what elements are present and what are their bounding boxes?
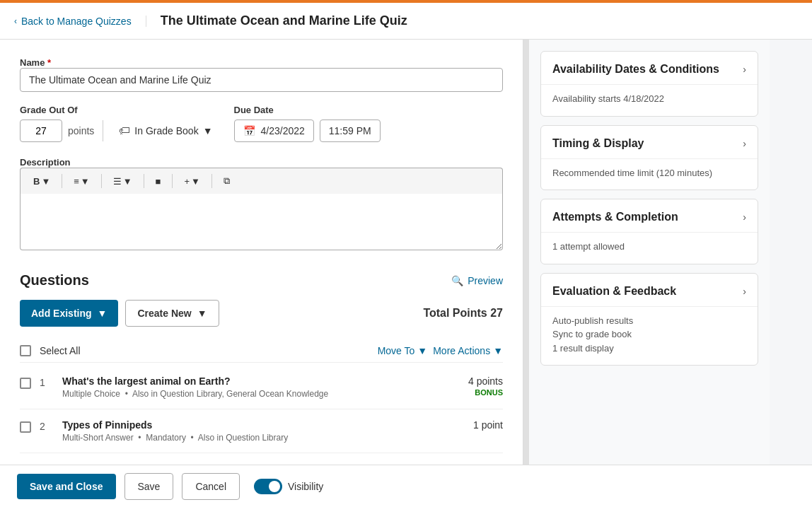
attempts-card-header[interactable]: Attempts & Completion › bbox=[541, 199, 758, 232]
required-indicator: * bbox=[47, 57, 51, 68]
more-actions-button[interactable]: More Actions ▼ bbox=[433, 345, 503, 356]
question-1-text: What's the largest animal on Earth? bbox=[62, 375, 460, 387]
preview-button[interactable]: 🔍 Preview bbox=[451, 275, 503, 286]
save-and-close-button[interactable]: Save and Close bbox=[17, 474, 116, 499]
right-panel: Availability Dates & Conditions › Availa… bbox=[529, 40, 770, 470]
question-1-content: What's the largest animal on Earth? Mult… bbox=[62, 375, 460, 399]
availability-card-header[interactable]: Availability Dates & Conditions › bbox=[541, 52, 758, 84]
grade-section: Grade Out Of points 🏷 In Grade Book ▼ bbox=[20, 105, 220, 142]
bold-button[interactable]: B ▼ bbox=[28, 173, 56, 190]
description-textarea[interactable] bbox=[20, 194, 503, 250]
in-grade-book-button[interactable]: 🏷 In Grade Book ▼ bbox=[112, 120, 219, 142]
question-2-content: Types of Pinnipeds Multi-Short Answer • … bbox=[62, 419, 465, 443]
question-2-meta: Multi-Short Answer • Mandatory • Also in… bbox=[62, 433, 465, 443]
main-layout: Name * Grade Out Of points 🏷 In Grade Bo… bbox=[0, 40, 812, 470]
create-new-label: Create New bbox=[137, 308, 191, 319]
align-button[interactable]: ≡ ▼ bbox=[68, 173, 95, 190]
bold-icon: B bbox=[33, 176, 40, 187]
questions-title: Questions bbox=[20, 272, 89, 289]
preview-icon: 🔍 bbox=[451, 275, 463, 286]
question-1-points: 4 points BONUS bbox=[468, 375, 503, 397]
question-1-meta: Multiple Choice • Also in Question Libra… bbox=[62, 389, 460, 399]
add-existing-button[interactable]: Add Existing ▼ bbox=[20, 300, 118, 327]
total-points-label: Total Points bbox=[423, 307, 487, 319]
attempts-body-text: 1 attempt allowed bbox=[552, 240, 746, 254]
cancel-button[interactable]: Cancel bbox=[182, 473, 240, 500]
due-inputs: 📅 4/23/2022 11:59 PM bbox=[234, 120, 381, 142]
question-2-points: 1 point bbox=[473, 419, 503, 431]
page-title: The Ultimate Ocean and Marine Life Quiz bbox=[146, 13, 407, 28]
question-1-points-value: 4 points bbox=[468, 375, 503, 387]
question-2-checkbox[interactable] bbox=[20, 421, 31, 433]
question-1-checkbox[interactable] bbox=[20, 378, 31, 389]
points-label: points bbox=[68, 125, 94, 136]
visibility-label: Visibility bbox=[288, 481, 323, 492]
move-to-chevron: ▼ bbox=[417, 345, 427, 356]
timing-body-text: Recommended time limit (120 minutes) bbox=[552, 166, 746, 180]
total-points: Total Points 27 bbox=[423, 307, 503, 320]
question-1-bonus: BONUS bbox=[468, 388, 503, 397]
grade-due-row: Grade Out Of points 🏷 In Grade Book ▼ Du… bbox=[20, 105, 503, 142]
list-chevron: ▼ bbox=[123, 176, 132, 187]
evaluation-card-header[interactable]: Evaluation & Feedback › bbox=[541, 274, 758, 306]
availability-card-body: Availability starts 4/18/2022 bbox=[541, 84, 758, 116]
select-all-label: Select All bbox=[40, 345, 369, 356]
align-icon: ≡ bbox=[74, 176, 79, 187]
list-button[interactable]: ☰ ▼ bbox=[108, 173, 138, 190]
grid-button[interactable]: ■ bbox=[150, 173, 167, 190]
attempts-card-body: 1 attempt allowed bbox=[541, 232, 758, 264]
insert-button[interactable]: + ▼ bbox=[178, 173, 205, 190]
timing-card-header[interactable]: Timing & Display › bbox=[541, 126, 758, 158]
due-date-button[interactable]: 📅 4/23/2022 bbox=[234, 120, 314, 142]
evaluation-card: Evaluation & Feedback › Auto-publish res… bbox=[540, 273, 758, 366]
due-time-value: 11:59 PM bbox=[329, 125, 371, 136]
fullscreen-button[interactable]: ⧉ bbox=[218, 173, 236, 190]
question-1-number: 1 bbox=[40, 375, 54, 388]
due-time-button[interactable]: 11:59 PM bbox=[320, 120, 381, 142]
name-input[interactable] bbox=[20, 68, 503, 92]
attempts-card: Attempts & Completion › 1 attempt allowe… bbox=[540, 199, 758, 264]
grade-number-input[interactable] bbox=[20, 120, 62, 142]
save-and-close-label: Save and Close bbox=[30, 481, 103, 492]
evaluation-card-title: Evaluation & Feedback bbox=[552, 285, 676, 298]
create-new-button[interactable]: Create New ▼ bbox=[125, 300, 219, 327]
description-toolbar: B ▼ ≡ ▼ ☰ ▼ ■ + bbox=[20, 168, 503, 194]
expand-icon: ⧉ bbox=[224, 175, 230, 187]
toolbar-separator-5 bbox=[211, 174, 212, 188]
grade-label: Grade Out Of bbox=[20, 105, 220, 115]
visibility-toggle-switch[interactable] bbox=[254, 479, 282, 494]
left-panel: Name * Grade Out Of points 🏷 In Grade Bo… bbox=[0, 40, 523, 470]
toolbar-separator-4 bbox=[172, 174, 173, 188]
description-section: Description B ▼ ≡ ▼ ☰ ▼ ■ bbox=[20, 156, 503, 252]
move-to-button[interactable]: Move To ▼ bbox=[378, 345, 428, 356]
timing-card-body: Recommended time limit (120 minutes) bbox=[541, 158, 758, 190]
panel-divider bbox=[523, 40, 529, 470]
move-to-label: Move To bbox=[378, 345, 415, 356]
description-label: Description bbox=[20, 157, 71, 168]
save-label: Save bbox=[138, 481, 161, 492]
select-all-checkbox[interactable] bbox=[20, 345, 31, 356]
header: ‹ Back to Manage Quizzes The Ultimate Oc… bbox=[0, 3, 812, 40]
availability-expand-icon: › bbox=[743, 64, 746, 75]
insert-chevron: ▼ bbox=[191, 176, 200, 187]
availability-card-title: Availability Dates & Conditions bbox=[552, 63, 719, 76]
calendar-icon: 📅 bbox=[243, 125, 255, 136]
name-label: Name * bbox=[20, 57, 51, 68]
timing-card-title: Timing & Display bbox=[552, 137, 644, 150]
bold-chevron: ▼ bbox=[41, 176, 50, 187]
toggle-thumb bbox=[269, 481, 280, 492]
back-to-manage-quizzes-link[interactable]: ‹ Back to Manage Quizzes bbox=[14, 16, 146, 27]
due-section: Due Date 📅 4/23/2022 11:59 PM bbox=[234, 105, 381, 142]
chevron-left-icon: ‹ bbox=[14, 16, 17, 26]
toolbar-separator-1 bbox=[62, 174, 62, 188]
save-button[interactable]: Save bbox=[124, 473, 174, 500]
top-bar bbox=[0, 0, 812, 3]
grade-inputs: points 🏷 In Grade Book ▼ bbox=[20, 120, 220, 142]
timing-card: Timing & Display › Recommended time limi… bbox=[540, 125, 758, 191]
evaluation-expand-icon: › bbox=[743, 286, 746, 297]
due-date-value: 4/23/2022 bbox=[261, 125, 305, 136]
align-chevron: ▼ bbox=[81, 176, 90, 187]
evaluation-body-text: Auto-publish resultsSync to grade book1 … bbox=[552, 314, 746, 356]
timing-expand-icon: › bbox=[743, 138, 746, 149]
availability-body-text: Availability starts 4/18/2022 bbox=[552, 92, 746, 106]
